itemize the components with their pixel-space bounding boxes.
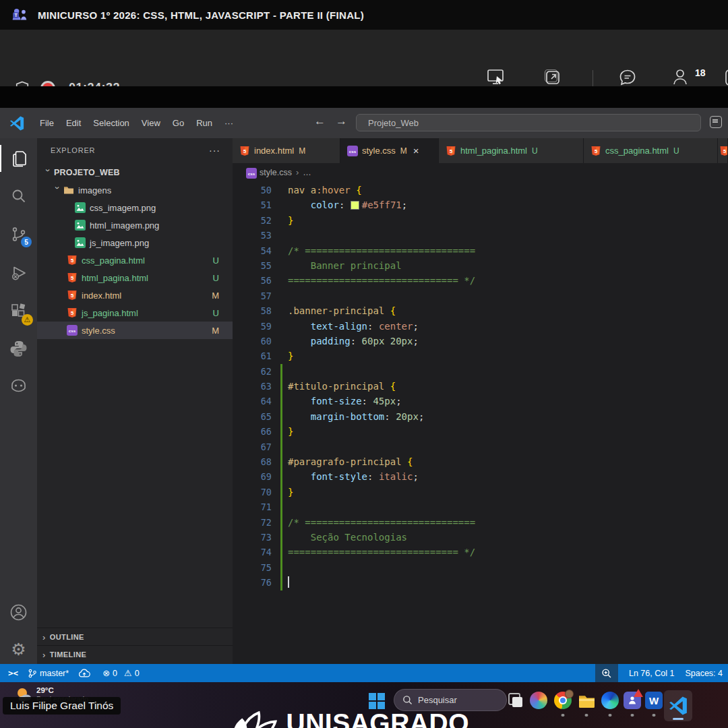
code-line-73[interactable]: 73 Seção Tecnologias xyxy=(233,530,728,545)
code-line-57[interactable]: 57 xyxy=(233,289,728,303)
code-line-69[interactable]: 69 font-style: italic; xyxy=(233,469,728,484)
zoom-indicator[interactable] xyxy=(595,664,618,682)
code-line-58[interactable]: 58.banner-principal { xyxy=(233,303,728,318)
tree-item-projeto_web[interactable]: ›PROJETO_WEB xyxy=(37,164,233,181)
menu-[interactable]: ··· xyxy=(218,115,239,131)
token: { xyxy=(390,305,396,316)
tree-item-css_pagina-html[interactable]: 5css_pagina.htmlU xyxy=(37,251,233,269)
code-line-53[interactable]: 53 xyxy=(233,228,728,243)
publish-changes-button[interactable] xyxy=(78,669,93,678)
tab-index-html[interactable]: 5index.htmlM xyxy=(233,138,340,163)
code-line-55[interactable]: 55 Banner principal xyxy=(233,258,728,273)
code-line-59[interactable]: 59 text-align: center; xyxy=(233,319,728,334)
git-status-badge: U xyxy=(213,273,219,283)
tree-item-imagens[interactable]: ›imagens xyxy=(37,181,233,199)
copilot-icon[interactable] xyxy=(527,692,550,719)
extensions-activity-icon[interactable]: ⚠ xyxy=(0,297,37,324)
explorer-activity-icon[interactable] xyxy=(0,145,38,172)
breadcrumb[interactable]: css style.css › … xyxy=(233,163,728,181)
teams-taskbar-icon[interactable] xyxy=(621,692,644,719)
file-explorer-icon[interactable] xyxy=(575,692,598,719)
tree-item-css_imagem-png[interactable]: css_imagem.png xyxy=(37,199,233,216)
token: padding xyxy=(311,336,351,346)
code-line-54[interactable]: 54/* ============================== xyxy=(233,243,728,258)
cursor-position[interactable]: Ln 76, Col 1 xyxy=(629,669,674,678)
code-line-76[interactable]: 76 xyxy=(233,575,728,590)
tree-item-style-css[interactable]: cssstyle.cssM xyxy=(37,322,233,339)
active-app-indicator xyxy=(673,718,684,720)
run-debug-activity-icon[interactable] xyxy=(0,260,37,286)
code-line-70[interactable]: 70} xyxy=(233,485,728,499)
menu-file[interactable]: File xyxy=(34,115,60,131)
code-line-65[interactable]: 65 margin-bottom: 20px; xyxy=(233,409,728,424)
settings-gear-icon[interactable]: ⚙ xyxy=(0,636,37,663)
explorer-more-actions-icon[interactable]: ··· xyxy=(209,145,220,156)
code-line-72[interactable]: 72/* ============================== xyxy=(233,515,728,530)
code-line-66[interactable]: 66} xyxy=(233,424,728,439)
change-gutter-bar xyxy=(272,545,288,559)
menu-edit[interactable]: Edit xyxy=(60,115,87,131)
window-search-box[interactable]: Projeto_Web xyxy=(356,114,701,131)
svg-text:5: 5 xyxy=(243,148,247,154)
timeline-section[interactable]: › TIMELINE xyxy=(37,645,233,663)
token: ; xyxy=(413,471,418,482)
code-line-63[interactable]: 63#titulo-principal { xyxy=(233,379,728,394)
tab-css_pagina-html[interactable]: 5css_pagina.htmlU xyxy=(584,138,718,163)
statusbar-right: Ln 76, Col 1 Spaces: 4 xyxy=(595,664,728,682)
menu-run[interactable]: Run xyxy=(190,115,218,131)
code-line-75[interactable]: 75 xyxy=(233,560,728,575)
code-line-67[interactable]: 67 xyxy=(233,439,728,454)
remote-indicator-icon[interactable]: >< xyxy=(8,668,18,678)
outline-section[interactable]: › OUTLINE xyxy=(37,628,233,646)
tree-item-html_pagina-html[interactable]: 5html_pagina.htmlU xyxy=(37,269,233,286)
menu-selection[interactable]: Selection xyxy=(87,115,135,131)
search-activity-icon[interactable] xyxy=(0,182,37,209)
nav-back-arrow[interactable]: ← xyxy=(314,115,326,128)
tree-item-html_imagem-png[interactable]: html_imagem.png xyxy=(37,216,233,234)
code-line-60[interactable]: 60 padding: 60px 20px; xyxy=(233,334,728,348)
code-line-50[interactable]: 50nav a:hover { xyxy=(233,183,728,198)
svg-text:5: 5 xyxy=(71,310,74,316)
code-line-71[interactable]: 71 xyxy=(233,499,728,514)
change-gutter-bar xyxy=(272,485,288,499)
problems-item[interactable]: ⊗ 0 ⚠ 0 xyxy=(102,668,139,678)
tab-label: style.css xyxy=(362,146,396,156)
code-line-56[interactable]: 56============================== */ xyxy=(233,273,728,288)
chrome-icon[interactable] xyxy=(551,692,574,719)
menu-view[interactable]: View xyxy=(135,115,166,131)
code-area[interactable]: 50nav a:hover {51 color: #e5ff71;52}5354… xyxy=(233,183,728,664)
token xyxy=(384,381,390,392)
task-view-icon[interactable] xyxy=(504,692,527,719)
code-line-68[interactable]: 68#paragrafo-principal { xyxy=(233,454,728,469)
code-line-52[interactable]: 52} xyxy=(233,213,728,228)
code-line-51[interactable]: 51 color: #e5ff71; xyxy=(233,198,728,212)
git-branch-item[interactable]: master* xyxy=(28,668,69,679)
nav-forward-arrow[interactable]: → xyxy=(336,115,347,128)
tab-html_pagina-html[interactable]: 5html_pagina.htmlU xyxy=(439,138,584,163)
account-icon[interactable] xyxy=(0,599,37,626)
word-icon[interactable]: W xyxy=(642,692,665,719)
layout-panel-icon[interactable] xyxy=(710,116,722,128)
tab-partial[interactable]: 5 xyxy=(718,138,728,163)
code-line-64[interactable]: 64 font-size: 45px; xyxy=(233,394,728,408)
source-control-activity-icon[interactable]: 5 xyxy=(0,220,37,247)
copilot-activity-icon[interactable] xyxy=(0,373,37,400)
close-tab-icon[interactable]: × xyxy=(413,145,419,156)
code-line-74[interactable]: 74============================== */ xyxy=(233,545,728,559)
tree-item-index-html[interactable]: 5index.htmlM xyxy=(37,286,233,304)
line-number: 52 xyxy=(233,213,272,228)
token xyxy=(351,185,356,195)
code-line-62[interactable]: 62 xyxy=(233,364,728,379)
git-status-badge: M xyxy=(212,291,219,301)
text-cursor xyxy=(288,576,289,588)
indentation-setting[interactable]: Spaces: 4 xyxy=(685,669,723,678)
menu-go[interactable]: Go xyxy=(166,115,190,131)
edge-icon[interactable] xyxy=(599,692,621,719)
tree-item-js_pagina-html[interactable]: 5js_pagina.htmlU xyxy=(37,304,233,322)
python-activity-icon[interactable] xyxy=(0,335,37,362)
code-line-61[interactable]: 61} xyxy=(233,348,728,363)
tree-item-js_imagem-png[interactable]: js_imagem.png xyxy=(37,234,233,251)
token xyxy=(384,305,390,316)
vscode-taskbar-icon[interactable] xyxy=(664,690,692,721)
tab-style-css[interactable]: cssstyle.cssM× xyxy=(340,138,439,163)
